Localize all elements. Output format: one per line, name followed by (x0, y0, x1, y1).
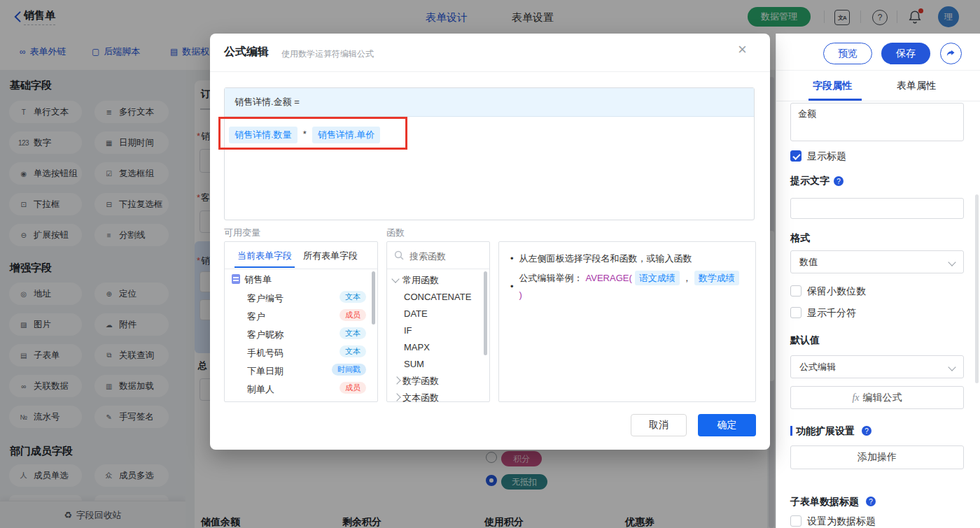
tip-line: 从左侧面板选择字段名和函数，或输入函数 (510, 252, 744, 265)
formula-target: 销售详情.金额 = (225, 88, 754, 117)
tips-panel: 从左侧面板选择字段名和函数，或输入函数 公式编辑举例：AVERAGE( 语文成绩… (498, 241, 756, 402)
show-title-label: 显示标题 (807, 150, 846, 163)
field-title-input[interactable]: 金额 (790, 103, 964, 141)
field-type-badge: 成员 (340, 309, 366, 321)
default-value-select[interactable]: 公式编辑 (790, 355, 964, 378)
preview-button[interactable]: 预览 (823, 43, 872, 64)
share-button[interactable] (940, 43, 962, 64)
form-doc-icon (232, 274, 240, 284)
save-button[interactable]: 保存 (881, 43, 930, 64)
close-icon[interactable]: × (738, 42, 747, 57)
share-arrow-icon (946, 48, 956, 59)
panel-scrollbar-thumb[interactable] (975, 194, 979, 383)
search-icon (394, 250, 404, 260)
chevron-down-icon (948, 258, 955, 266)
fx-icon: fx (852, 392, 859, 404)
cancel-button[interactable]: 取消 (631, 414, 687, 436)
function-search-input[interactable] (408, 247, 486, 265)
app-screen: 销售单 表单设计 表单设置 数据管理 文A ? 理 ∞ 表单外链 ▢ 后端脚本 … (0, 0, 980, 528)
function-item[interactable]: MAPX (404, 342, 430, 352)
function-group-math[interactable]: 数学函数 (402, 375, 439, 387)
add-action-button[interactable]: 添加操作 (790, 445, 964, 469)
modal-header-divider (210, 71, 770, 72)
variable-field-row[interactable]: 手机号码 (247, 347, 284, 359)
field-type-badge: 文本 (340, 327, 366, 339)
active-tab-underline (808, 99, 862, 101)
section-accent-bar (790, 426, 792, 436)
hint-help-icon[interactable]: ? (834, 176, 844, 186)
keep-decimal-checkbox[interactable] (790, 285, 802, 297)
thousand-separator-label: 显示千分符 (807, 307, 856, 320)
subform-data-title-label: 子表单数据标题 (790, 496, 859, 508)
variable-field-row[interactable]: 下单日期 (247, 365, 284, 378)
field-type-badge: 成员 (340, 382, 366, 394)
example-token: 语文成绩 (635, 271, 680, 285)
formula-editor-modal: 公式编辑 使用数学运算符编辑公式 × 销售详情.金额 = 销售详情.数量 * 销… (210, 34, 770, 450)
set-data-title-checkbox[interactable] (790, 515, 802, 527)
modal-subtitle: 使用数学运算符编辑公式 (281, 48, 374, 60)
function-item[interactable]: CONCATENATE (404, 292, 471, 302)
set-data-title-label: 设置为数据标题 (807, 515, 876, 528)
functions-scrollbar-thumb[interactable] (484, 271, 487, 355)
tab-field-properties[interactable]: 字段属性 (813, 80, 852, 92)
function-group-common[interactable]: 常用函数 (402, 274, 439, 287)
extension-settings-label: 功能扩展设置 (796, 425, 855, 438)
function-item[interactable]: SUM (404, 359, 424, 369)
variable-field-row[interactable]: 客户 (247, 311, 265, 323)
chevron-down-icon (948, 363, 955, 371)
function-item[interactable]: DATE (404, 308, 428, 319)
variables-panel: 当前表单字段 所有表单字段 销售单 客户编号 文本 客户 成员 客户昵称 文本 … (224, 241, 378, 402)
formula-editor-box: 销售详情.金额 = 销售详情.数量 * 销售详情.单价 (224, 87, 755, 220)
chevron-right-icon[interactable] (393, 376, 400, 384)
field-type-badge: 文本 (340, 291, 366, 303)
variable-field-row[interactable]: 制单人 (247, 383, 274, 396)
show-title-checkbox[interactable] (790, 150, 802, 162)
hint-text-label: 提示文字 (790, 175, 830, 187)
variables-active-tab-underline (234, 266, 295, 268)
field-type-badge: 时间戳 (332, 364, 366, 376)
panel-tabs-row (776, 70, 980, 101)
function-search-row (387, 242, 489, 269)
keep-decimal-label: 保留小数位数 (807, 285, 866, 298)
default-value-label: 默认值 (790, 334, 820, 347)
chevron-down-icon[interactable] (391, 275, 399, 283)
confirm-button[interactable]: 确定 (698, 414, 756, 436)
variables-scrollbar-thumb[interactable] (372, 271, 375, 324)
chevron-right-icon[interactable] (393, 393, 400, 401)
thousand-separator-checkbox[interactable] (790, 307, 802, 318)
tip-example-line: 公式编辑举例：AVERAGE( 语文成绩 ， 数学成绩 ) (510, 271, 744, 301)
tab-current-form-fields[interactable]: 当前表单字段 (237, 250, 292, 262)
variable-field-row[interactable]: 客户编号 (247, 292, 284, 305)
variables-section-label: 可用变量 (224, 227, 260, 239)
annotation-red-box (218, 117, 407, 150)
example-token: 数学成绩 (694, 271, 739, 285)
function-item[interactable]: IF (404, 325, 412, 336)
extension-help-icon[interactable]: ? (862, 426, 872, 436)
properties-panel: 预览 保存 字段属性 表单属性 金额 显示标题 提示文字 ? 格式 数值 保留小… (776, 34, 980, 528)
tab-all-form-fields[interactable]: 所有表单字段 (303, 250, 358, 262)
average-function-name: AVERAGE( (586, 271, 632, 285)
subform-title-help-icon[interactable]: ? (866, 497, 876, 506)
hint-text-input[interactable] (790, 198, 964, 219)
functions-section-label: 函数 (386, 227, 405, 239)
tab-form-properties[interactable]: 表单属性 (897, 80, 936, 92)
edit-formula-button[interactable]: fx 编辑公式 (790, 386, 964, 409)
modal-title: 公式编辑 (224, 45, 269, 59)
field-type-badge: 文本 (340, 345, 366, 357)
variables-tree-root[interactable]: 销售单 (244, 273, 272, 286)
functions-panel: 常用函数 CONCATENATE DATE IF MAPX SUM 数学函数 文… (386, 241, 490, 402)
function-group-text[interactable]: 文本函数 (402, 392, 439, 404)
variable-field-row[interactable]: 客户昵称 (247, 329, 284, 341)
modal-overlay (0, 0, 980, 34)
format-label: 格式 (790, 232, 810, 245)
format-select[interactable]: 数值 (790, 250, 964, 273)
